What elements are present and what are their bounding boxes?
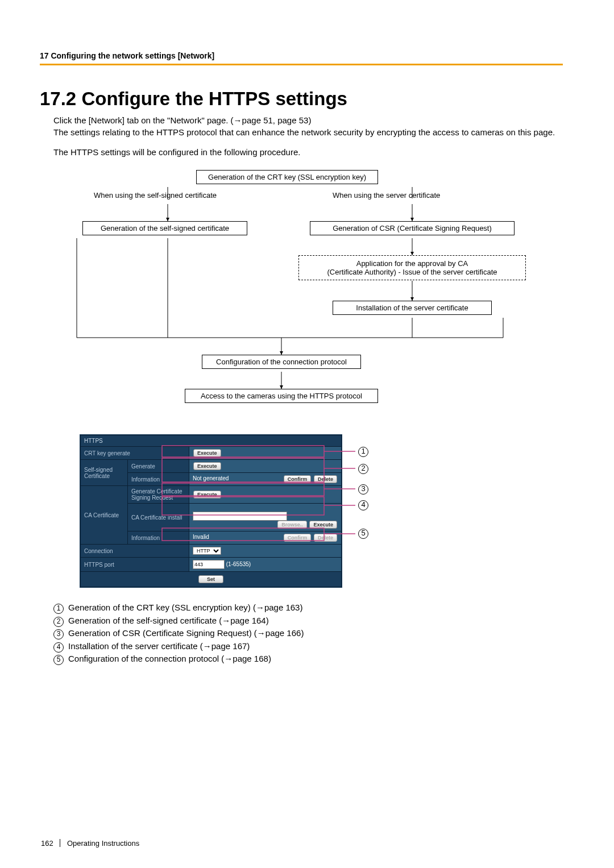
connection-select[interactable]: HTTP	[193, 547, 221, 555]
page-title: 17.2 Configure the HTTPS settings	[40, 88, 563, 110]
flow-lines	[60, 167, 543, 412]
legend-list: 1Generation of the CRT key (SSL encrypti…	[53, 601, 563, 666]
execute-button[interactable]: Execute	[193, 491, 221, 499]
https-panel: HTTPS CRT key generate Execute Self-sign…	[80, 434, 342, 588]
row-https-port: HTTPS port	[81, 558, 189, 572]
browse-button[interactable]: Browse..	[277, 521, 307, 529]
doc-title: Operating Instructions	[67, 839, 139, 848]
row-crt-key: CRT key generate	[81, 447, 189, 460]
intro-paragraph: Click the [Network] tab on the "Network"…	[53, 114, 563, 138]
flow-ca-line1: Application for the approval by CA	[356, 259, 468, 268]
confirm-button[interactable]: Confirm	[284, 475, 312, 483]
row-ca-install: CA Certificate install	[128, 504, 189, 531]
legend-3: Generation of CSR (Certificate Signing R…	[68, 628, 304, 638]
legend-4: Installation of the server certificate (…	[68, 641, 250, 651]
ca-file-input[interactable]	[193, 512, 287, 521]
flow-box-crt: Generation of the CRT key (SSL encryptio…	[196, 170, 378, 184]
legend-num-4: 4	[53, 642, 64, 653]
port-range: (1-65535)	[226, 561, 251, 567]
flow-box-access: Access to the cameras using the HTTPS pr…	[185, 389, 378, 403]
row-self-signed: Self-signed Certificate	[81, 460, 128, 486]
legend-num-3: 3	[53, 629, 64, 639]
callout-4: 4	[358, 500, 368, 510]
callout-5: 5	[358, 529, 368, 539]
confirm-button[interactable]: Confirm	[284, 534, 312, 542]
page-footer: 162 Operating Instructions	[41, 839, 139, 848]
set-button[interactable]: Set	[198, 575, 223, 583]
row-connection: Connection	[81, 545, 189, 558]
info-not-generated: Not generated	[193, 475, 229, 481]
intro-line1: Click the [Network] tab on the "Network"…	[53, 115, 311, 125]
row-gen-csr: Generate Certificate Signing Request	[128, 486, 189, 504]
legend-num-5: 5	[53, 655, 64, 665]
flowchart: Generation of the CRT key (SSL encryptio…	[60, 167, 543, 412]
legend-1: Generation of the CRT key (SSL encryptio…	[68, 603, 302, 612]
flow-box-install: Installation of the server certificate	[333, 301, 492, 315]
callout-3: 3	[358, 484, 368, 495]
execute-button[interactable]: Execute	[193, 449, 221, 457]
callout-1: 1	[358, 447, 368, 457]
flow-box-ca-app: Application for the approval by CA (Cert…	[298, 255, 526, 280]
delete-button[interactable]: Delete	[314, 475, 337, 483]
delete-button[interactable]: Delete	[314, 534, 337, 542]
legend-5: Configuration of the connection protocol…	[68, 654, 271, 663]
callout-2: 2	[358, 464, 368, 474]
flow-label-server: When using the server certificate	[333, 191, 440, 200]
flow-box-conn: Configuration of the connection protocol	[202, 355, 361, 369]
https-port-input[interactable]	[193, 560, 225, 569]
row-generate: Generate	[128, 460, 189, 473]
legend-2: Generation of the self-signed certificat…	[68, 616, 269, 625]
running-header: 17 Configuring the network settings [Net…	[40, 51, 563, 60]
info-invalid: Invalid	[193, 534, 209, 540]
legend-num-2: 2	[53, 617, 64, 627]
flow-ca-line2: (Certificate Authority) - Issue of the s…	[327, 268, 497, 276]
row-info1: Information	[128, 473, 189, 486]
panel-header: HTTPS	[81, 435, 342, 447]
flow-box-self-gen: Generation of the self-signed certificat…	[82, 221, 247, 235]
intro-line2: The settings relating to the HTTPS proto…	[53, 127, 555, 137]
header-rule	[40, 64, 563, 65]
execute-button[interactable]: Execute	[193, 462, 221, 470]
flow-box-csr: Generation of CSR (Certificate Signing R…	[310, 221, 515, 235]
intro-line3: The HTTPS settings will be configured in…	[53, 146, 563, 158]
legend-num-1: 1	[53, 604, 64, 614]
row-info2: Information	[128, 531, 189, 545]
execute-button[interactable]: Execute	[309, 521, 337, 529]
row-ca-cert: CA Certificate	[81, 486, 128, 545]
flow-label-self: When using the self-signed certificate	[94, 191, 217, 200]
page-number: 162	[41, 839, 53, 848]
